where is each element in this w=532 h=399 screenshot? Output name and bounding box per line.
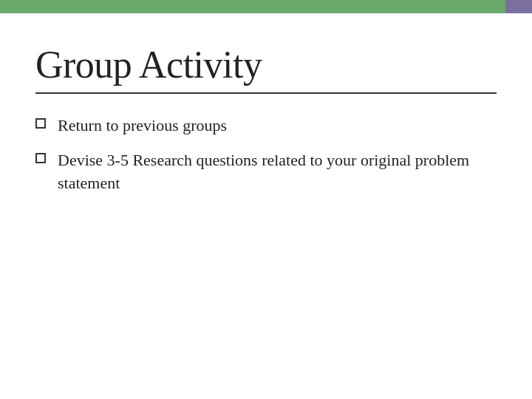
title-divider: [35, 92, 497, 94]
top-bar-purple: [505, 0, 532, 13]
bullet-icon: [35, 118, 46, 129]
top-bar-green: [0, 0, 505, 13]
bullet-list: Return to previous groups Devise 3-5 Res…: [35, 115, 497, 194]
bullet-text-1: Return to previous groups: [58, 115, 227, 137]
slide-title: Group Activity: [35, 43, 497, 86]
slide-content: Group Activity Return to previous groups…: [0, 13, 532, 399]
bullet-text-2: Devise 3-5 Research questions related to…: [58, 149, 497, 195]
list-item: Return to previous groups: [35, 115, 497, 137]
bullet-icon: [35, 153, 46, 163]
top-bar: [0, 0, 532, 13]
list-item: Devise 3-5 Research questions related to…: [35, 149, 497, 195]
